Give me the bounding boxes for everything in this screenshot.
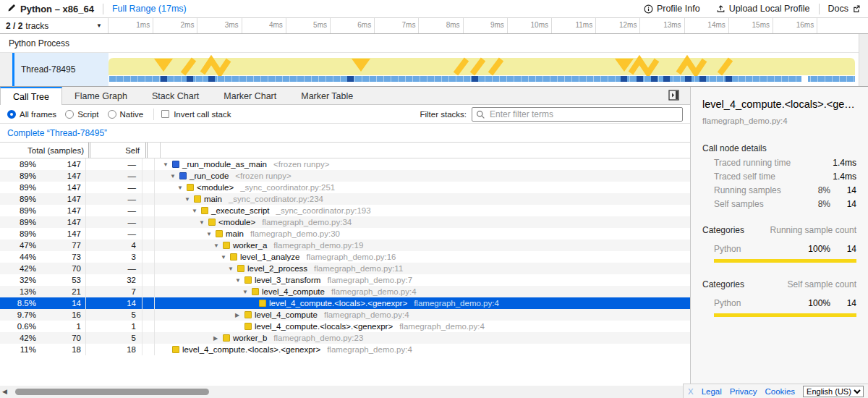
expanded-arrow-icon[interactable]: ▼ — [228, 266, 237, 272]
tab-flame-graph[interactable]: Flame Graph — [62, 87, 140, 104]
thread-activity-graph[interactable] — [109, 53, 868, 86]
row-category-strip — [142, 286, 155, 297]
collapsed-arrow-icon[interactable]: ▶ — [235, 312, 244, 318]
expanded-arrow-icon[interactable]: ▼ — [221, 254, 230, 261]
table-row[interactable]: 89%147—▼_run_code<frozen runpy> — [0, 170, 690, 182]
row-category-strip — [142, 240, 155, 251]
ruler-tick — [728, 18, 729, 33]
profile-title[interactable]: Python – x86_64 — [20, 4, 94, 14]
expanded-arrow-icon[interactable]: ▼ — [242, 289, 252, 295]
breadcrumb-root-link[interactable]: Complete “Thread-78495” — [7, 128, 107, 138]
row-total-samples: 147 — [36, 216, 86, 228]
expanded-arrow-icon[interactable]: ▼ — [170, 173, 179, 179]
radio-script[interactable]: Script — [65, 110, 98, 119]
table-row[interactable]: 89%147—▼<module>flamegraph_demo.py:34 — [0, 216, 690, 228]
radio-all-frames[interactable]: All frames — [7, 110, 56, 119]
expanded-arrow-icon[interactable]: ▼ — [235, 277, 244, 284]
tracks-scrollbar[interactable] — [859, 34, 868, 86]
category-square-icon — [244, 276, 252, 284]
category-square-icon — [216, 230, 223, 237]
app-header: Python – x86_64 Full Range (17ms) Profil… — [0, 0, 868, 18]
expanded-arrow-icon[interactable]: ▼ — [199, 219, 208, 226]
tab-marker-table[interactable]: Marker Table — [289, 87, 365, 104]
invert-call-stack-checkbox[interactable]: Invert call stack — [161, 110, 231, 119]
row-total-samples: 147 — [36, 205, 86, 216]
selected-node-location: flamegraph_demo.py:4 — [702, 117, 856, 125]
edit-pencil-icon[interactable] — [7, 2, 16, 15]
expanded-arrow-icon[interactable]: ▼ — [163, 161, 172, 168]
row-total-percent: 0.6% — [0, 322, 36, 331]
expanded-arrow-icon[interactable]: ▼ — [192, 208, 201, 214]
expanded-arrow-icon[interactable]: ▼ — [177, 185, 187, 191]
thread-track-label[interactable]: Thread-78495 — [14, 53, 109, 86]
row-total-samples: 147 — [36, 170, 86, 182]
tab-marker-chart[interactable]: Marker Chart — [211, 87, 289, 104]
table-row[interactable]: 89%147—▼mainflamegraph_demo.py:30 — [0, 228, 690, 240]
table-row[interactable]: 0.6%11level_4_compute.<locals>.<genexpr>… — [0, 321, 690, 332]
tab-stack-chart[interactable]: Stack Chart — [140, 87, 211, 104]
filter-stacks-label: Filter stacks: — [420, 110, 467, 119]
expanded-arrow-icon[interactable]: ▼ — [184, 196, 194, 203]
row-total-percent: 42% — [0, 264, 36, 273]
function-location: flamegraph_demo.py:16 — [306, 253, 396, 261]
footer-link-legal[interactable]: Legal — [702, 387, 722, 396]
function-name: level_3_transform — [255, 276, 320, 284]
scrollbar-thumb[interactable] — [15, 389, 209, 395]
row-total-percent: 9.7% — [0, 310, 36, 319]
footer-link-privacy[interactable]: Privacy — [730, 387, 757, 396]
table-row[interactable]: 89%147—▼main_sync_coordinator.py:234 — [0, 193, 690, 205]
table-row[interactable]: 42%705▶worker_bflamegraph_demo.py:23 — [0, 332, 690, 344]
sidebar-toggle-icon[interactable] — [668, 90, 680, 103]
function-location: flamegraph_demo.py:4 — [327, 345, 412, 354]
column-category-strip — [148, 143, 161, 158]
column-self[interactable]: Self — [90, 143, 148, 158]
table-row[interactable]: 8.5%1414level_4_compute.<locals>.<genexp… — [0, 297, 690, 309]
row-tree-cell: ▶worker_bflamegraph_demo.py:23 — [155, 332, 690, 344]
radio-label: All frames — [20, 110, 56, 119]
table-row[interactable]: 42%70—▼level_2_processflamegraph_demo.py… — [0, 263, 690, 274]
filter-stacks-input[interactable] — [472, 107, 683, 122]
table-row[interactable]: 9.7%165▶level_4_computeflamegraph_demo.p… — [0, 309, 690, 321]
ruler-tick-label: 14ms — [692, 21, 726, 29]
tab-call-tree[interactable]: Call Tree — [0, 87, 62, 105]
table-row[interactable]: 13%217▼level_4_computeflamegraph_demo.py… — [0, 286, 690, 297]
column-total-samples[interactable]: Total (samples) — [0, 143, 90, 158]
row-tree-cell: ▼_execute_script_sync_coordinator.py:193 — [155, 205, 690, 216]
table-row[interactable]: 44%733▼level_1_analyzeflamegraph_demo.py… — [0, 251, 690, 263]
time-ruler[interactable]: 1ms2ms3ms4ms5ms6ms7ms8ms9ms10ms11ms12ms1… — [109, 18, 868, 33]
row-total-samples: 147 — [36, 158, 86, 170]
collapsed-arrow-icon[interactable]: ▶ — [213, 335, 223, 342]
footer-close-button[interactable]: X — [688, 387, 694, 396]
language-select[interactable]: English (US) — [803, 386, 864, 397]
upload-profile-button[interactable]: Upload Local Profile — [716, 4, 810, 14]
function-location: _sync_coordinator.py:234 — [229, 195, 323, 203]
timeline-tracks: Python Process Thread-78495 — [0, 34, 868, 87]
full-range-link[interactable]: Full Range (17ms) — [112, 4, 187, 14]
docs-link[interactable]: Docs — [828, 4, 861, 14]
table-row[interactable]: 89%147—▼_run_module_as_main<frozen runpy… — [0, 158, 690, 170]
expanded-arrow-icon[interactable]: ▼ — [206, 231, 216, 237]
row-total-samples: 147 — [36, 182, 86, 193]
divider — [819, 4, 820, 14]
process-track-header[interactable]: Python Process — [0, 34, 868, 53]
profile-info-button[interactable]: Profile Info — [644, 4, 700, 14]
ruler-tick-label: 12ms — [603, 21, 637, 29]
row-category-strip — [142, 182, 155, 193]
table-row[interactable]: 89%147—▼_execute_script_sync_coordinator… — [0, 205, 690, 216]
category-name: Python — [714, 298, 794, 308]
activity-graph-svg — [109, 53, 856, 86]
table-row[interactable]: 89%147—▼<module>_sync_coordinator.py:251 — [0, 182, 690, 193]
footer-link-cookies[interactable]: Cookies — [765, 387, 796, 396]
row-self-samples: 14 — [86, 297, 142, 309]
table-row[interactable]: 32%5332▼level_3_transformflamegraph_demo… — [0, 274, 690, 286]
table-row[interactable]: 47%774▼worker_aflamegraph_demo.py:19 — [0, 240, 690, 251]
row-tree-cell: ▼_run_code<frozen runpy> — [155, 170, 690, 182]
scroll-left-arrow-icon[interactable]: ◀ — [2, 388, 7, 395]
tracks-dropdown[interactable]: 2 / 2 tracks ▼ — [0, 18, 109, 33]
table-row[interactable]: 11%1818level_4_compute.<locals>.<genexpr… — [0, 344, 690, 355]
categories-label: Categories — [702, 279, 788, 289]
row-total-samples: 77 — [36, 240, 86, 251]
expanded-arrow-icon[interactable]: ▼ — [213, 242, 223, 249]
radio-native[interactable]: Native — [108, 110, 144, 119]
function-name: <module> — [218, 218, 255, 226]
